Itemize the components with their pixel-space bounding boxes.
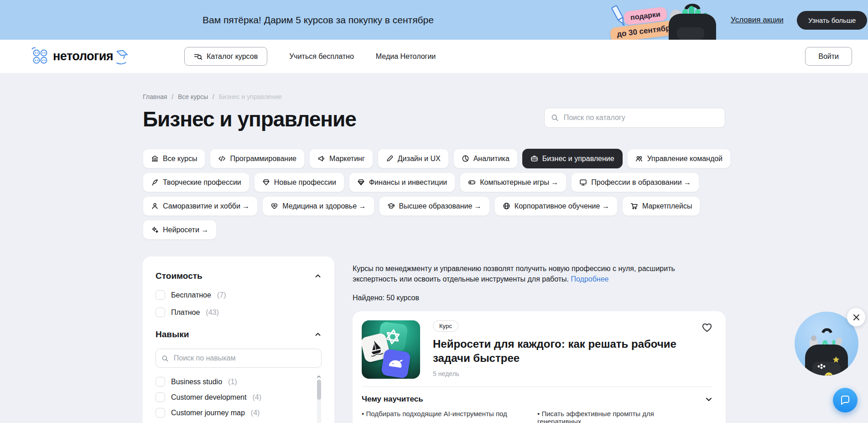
- option-count: (1): [228, 378, 237, 386]
- heart-icon: [701, 321, 713, 333]
- breadcrumb-home[interactable]: Главная: [143, 93, 167, 100]
- skills-list: Business studio (1) Customer development…: [156, 377, 322, 423]
- widget-close-button[interactable]: [847, 308, 865, 326]
- filter-option-free[interactable]: Бесплатное (7): [156, 290, 322, 300]
- search-icon: [551, 114, 559, 122]
- breadcrumb-current: Бизнес и управление: [219, 93, 282, 100]
- category-description: Курсы по менеджменту и управлению позвол…: [353, 264, 692, 284]
- chip-marketplaces[interactable]: Маркетплейсы: [622, 196, 701, 216]
- chip-higher-education[interactable]: Высшее образование →: [379, 196, 490, 216]
- option-count: (4): [251, 409, 260, 417]
- course-info: Курс Нейросети для каждого: как решать р…: [433, 320, 713, 379]
- team-icon: [635, 155, 643, 162]
- chip-programming[interactable]: Программирование: [210, 149, 305, 168]
- whale-icon: [385, 352, 407, 375]
- monitor-icon: [579, 178, 587, 186]
- promo-text: Вам пятёрка! Дарим 5 курсов за покупку в…: [203, 15, 434, 26]
- checkbox[interactable]: [156, 377, 165, 386]
- netology-logo[interactable]: нетология: [30, 47, 129, 66]
- chip-label: Маркетплейсы: [642, 202, 692, 210]
- chip-new-professions[interactable]: Новые профессии: [254, 172, 344, 192]
- checkbox[interactable]: [156, 290, 165, 300]
- search-icon: [161, 355, 169, 362]
- option-label: Customer journey map: [171, 409, 245, 417]
- chip-marketing[interactable]: Маркетинг: [309, 149, 373, 168]
- chat-button[interactable]: [833, 388, 858, 413]
- chevron-up-icon[interactable]: [314, 331, 322, 338]
- chip-label: Аналитика: [473, 155, 509, 163]
- chip-neural-networks[interactable]: Нейросети →: [143, 220, 217, 240]
- description-text: Курсы по менеджменту и управлению позвол…: [353, 265, 675, 283]
- pie-chart-icon: [462, 155, 469, 162]
- course-card[interactable]: Курс Нейросети для каждого: как решать р…: [353, 311, 726, 423]
- learn-title: Чему научитесь: [362, 395, 423, 404]
- chip-design-ux[interactable]: Дизайн и UX: [378, 149, 449, 168]
- chip-finance-investments[interactable]: Финансы и инвестиции: [349, 172, 455, 192]
- favorite-button[interactable]: [701, 321, 713, 334]
- chip-label: Новые профессии: [274, 178, 336, 187]
- page-title: Бизнес и управление: [143, 107, 356, 131]
- skill-option[interactable]: Customer journey map (4): [156, 408, 312, 418]
- breadcrumb-all-courses[interactable]: Все курсы: [178, 93, 208, 100]
- logo-text: нетология: [53, 49, 113, 63]
- pen-icon: [386, 155, 394, 162]
- chip-education-professions[interactable]: Профессии в образовании →: [571, 172, 699, 192]
- breadcrumb: Главная / Все курсы / Бизнес и управлени…: [143, 93, 868, 100]
- course-duration: 5 недель: [433, 370, 713, 377]
- chip-medicine-health[interactable]: Медицина и здоровье →: [262, 196, 374, 216]
- logo-cap-doodle-icon: [115, 47, 129, 66]
- option-count: (4): [252, 393, 261, 402]
- chip-business-management[interactable]: Бизнес и управление: [522, 149, 623, 168]
- chip-team-management[interactable]: Управление командой: [627, 149, 731, 168]
- breadcrumb-separator: /: [213, 93, 214, 100]
- chip-label: Компьютерные игры →: [480, 178, 558, 187]
- nav-link-media[interactable]: Медиа Нетологии: [376, 52, 436, 61]
- more-link[interactable]: Подробнее: [571, 275, 609, 283]
- chip-creative-professions[interactable]: Творческие профессии: [143, 172, 249, 192]
- catalog-search-input[interactable]: [563, 113, 718, 122]
- backpack-illustration: [662, 0, 722, 40]
- promo-cta-button[interactable]: Узнать больше: [797, 11, 867, 30]
- scrollbar-thumb[interactable]: [317, 380, 321, 400]
- filter-option-paid[interactable]: Платное (43): [156, 308, 322, 317]
- learn-items: Подбирать подходящие AI-инструменты под …: [362, 410, 713, 423]
- chevron-down-icon[interactable]: [705, 395, 713, 403]
- skill-option[interactable]: Business studio (1): [156, 377, 312, 386]
- briefcase-icon: [530, 155, 538, 162]
- chip-corporate-training[interactable]: Корпоративное обучение →: [494, 196, 618, 216]
- graduation-icon: [387, 202, 395, 210]
- scrollbar-track: [317, 380, 321, 423]
- card-divider: [362, 386, 713, 387]
- learn-item: Писать эффективные промпты для генератив…: [537, 410, 713, 423]
- chip-label: Дизайн и UX: [398, 155, 441, 163]
- chip-label: Программирование: [230, 155, 296, 163]
- promo-terms-link[interactable]: Условия акции: [731, 16, 784, 25]
- checkbox[interactable]: [156, 408, 165, 418]
- catalog-button-label: Каталог курсов: [207, 52, 258, 61]
- chip-computer-games[interactable]: Компьютерные игры →: [460, 172, 567, 192]
- scrollbar-up-arrow-icon[interactable]: [317, 375, 321, 378]
- title-row: Бизнес и управление: [143, 107, 725, 131]
- category-chips: Все курсы Программирование Маркетинг Диз…: [143, 149, 868, 240]
- chip-label: Профессии в образовании →: [591, 178, 691, 187]
- chip-label: Бизнес и управление: [542, 155, 614, 163]
- nav-link-free-learning[interactable]: Учиться бесплатно: [289, 52, 354, 61]
- checkbox[interactable]: [156, 308, 165, 317]
- course-card-top: Курс Нейросети для каждого: как решать р…: [362, 320, 713, 379]
- skill-option[interactable]: Customer development (4): [156, 392, 312, 402]
- checkbox[interactable]: [156, 392, 165, 402]
- chip-all-courses[interactable]: Все курсы: [143, 149, 205, 168]
- cart-icon: [630, 202, 638, 210]
- login-button[interactable]: Войти: [805, 47, 852, 66]
- price-filter-title: Стоимость: [156, 271, 203, 281]
- catalog-button[interactable]: Каталог курсов: [184, 47, 267, 66]
- chevron-up-icon[interactable]: [314, 272, 322, 280]
- skills-filter-header: Навыки: [156, 329, 322, 339]
- quill-icon: [151, 178, 159, 186]
- option-count: (43): [206, 308, 218, 317]
- chip-label: Саморазвитие и хобби →: [163, 202, 249, 210]
- results-count: Найдено: 50 курсов: [353, 294, 726, 302]
- chip-self-development[interactable]: Саморазвитие и хобби →: [143, 196, 258, 216]
- skills-search-input[interactable]: [173, 354, 316, 363]
- chip-analytics[interactable]: Аналитика: [453, 149, 518, 168]
